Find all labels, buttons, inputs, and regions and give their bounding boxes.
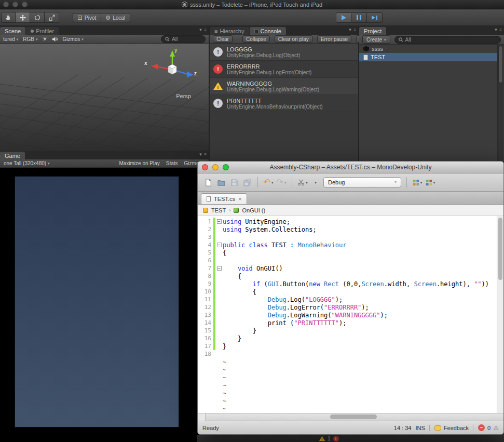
scene-panel-menu[interactable]: ▼≡ xyxy=(198,28,207,32)
tab-scene[interactable]: Scene xyxy=(0,27,25,35)
fold-toggle-icon[interactable]: − xyxy=(217,266,222,271)
code-editor[interactable]: 1−using UnityEngine;2using System.Collec… xyxy=(198,216,503,413)
new-file-button[interactable] xyxy=(203,177,213,188)
scene-viewport[interactable]: y x z Persp xyxy=(0,44,209,151)
cut-button[interactable]: ▾ xyxy=(297,177,308,188)
build-matrix-button[interactable]: ▾ xyxy=(412,177,423,188)
code-line[interactable]: 14 print ("PRINTTTTTT"); xyxy=(198,319,497,327)
scale-tool-button[interactable] xyxy=(45,12,59,23)
fold-toggle-icon[interactable]: − xyxy=(217,219,222,224)
maximize-on-play-button[interactable]: Maximize on Play xyxy=(119,160,159,166)
aspect-dropdown[interactable]: one Tall (320x480)▾ xyxy=(4,160,50,166)
rotate-tool-button[interactable] xyxy=(30,12,45,23)
code-line[interactable]: 17} xyxy=(198,342,497,350)
console-button-clear[interactable]: Clear xyxy=(213,35,233,43)
local-button[interactable]: Local xyxy=(101,13,130,22)
perspective-label[interactable]: Persp xyxy=(176,93,191,99)
configuration-dropdown[interactable]: Debug ▾ xyxy=(323,177,401,187)
console-button-collapse[interactable]: Collapse xyxy=(242,35,270,43)
feedback-button[interactable]: Feedback xyxy=(429,425,469,431)
breadcrumb-member[interactable]: OnGUI () xyxy=(242,207,265,213)
tab-hierarchy[interactable]: ≡Hierarchy xyxy=(210,27,249,35)
project-panel-menu[interactable]: ▼≡ xyxy=(494,28,502,32)
code-line[interactable]: 11 Debug.Log("LOGGGG"); xyxy=(198,296,497,303)
project-item-test[interactable]: TEST xyxy=(359,53,498,61)
breadcrumb-class[interactable]: TEST xyxy=(211,207,226,213)
save-button[interactable] xyxy=(229,177,239,188)
code-line[interactable]: 13 Debug.LogWarning("WARNINGGGGG"); xyxy=(198,311,497,319)
editor-horizontal-scrollbar[interactable] xyxy=(198,413,503,421)
axis-gizmo[interactable]: y x z xyxy=(140,49,202,90)
pivot-button[interactable]: Pivot xyxy=(73,13,101,22)
code-line[interactable]: 8 { xyxy=(198,272,497,280)
error-summary[interactable]: − 0 ⚠ xyxy=(473,424,499,431)
console-entry[interactable]: !LOGGGGUnityEngine.Debug.Log(Object) xyxy=(210,44,358,61)
undo-button[interactable]: ↶▾ xyxy=(263,177,274,188)
game-viewport[interactable] xyxy=(0,168,209,442)
redo-button[interactable]: ↷▾ xyxy=(276,177,287,188)
close-window-icon[interactable] xyxy=(3,2,9,7)
code-line[interactable]: 6 xyxy=(198,257,497,264)
unity-titlebar[interactable]: ssss.unity – Todelete – iPhone, iPod Tou… xyxy=(0,0,504,9)
close-window-icon[interactable] xyxy=(202,164,208,170)
diff-marker xyxy=(213,327,215,334)
gizmos-dropdown[interactable]: Gizmos▾ xyxy=(62,36,83,42)
project-scrollbar-thumb[interactable] xyxy=(498,46,503,83)
console-entry[interactable]: !ERRORRRRUnityEngine.Debug.LogError(Obje… xyxy=(210,61,358,78)
code-line[interactable]: 3 xyxy=(198,233,497,241)
save-all-button[interactable] xyxy=(242,177,252,188)
tab-project[interactable]: Project xyxy=(359,27,386,35)
minimize-window-icon[interactable] xyxy=(212,164,219,170)
code-line[interactable]: 1−using UnityEngine; xyxy=(198,218,497,225)
move-tool-button[interactable] xyxy=(16,12,30,23)
create-button[interactable]: Create▾ xyxy=(362,35,390,44)
fold-toggle-icon[interactable]: − xyxy=(217,243,222,247)
pause-button[interactable] xyxy=(351,12,367,23)
audio-toggle-icon[interactable] xyxy=(52,36,58,42)
console-button-error-pause[interactable]: Error pause xyxy=(317,35,351,43)
code-line[interactable]: 16 } xyxy=(198,334,497,342)
lighting-toggle-icon[interactable]: ☀ xyxy=(43,36,48,42)
code-line[interactable]: 15 } xyxy=(198,327,497,334)
console-entry[interactable]: !PRINTTTTTTUnityEngine.MonoBehaviour:pri… xyxy=(210,95,358,112)
console-panel-menu[interactable]: ▼≡ xyxy=(348,28,356,32)
close-tab-icon[interactable]: × xyxy=(238,196,241,202)
code-line[interactable]: 7− void OnGUI() xyxy=(198,264,497,272)
vertical-scrollbar-thumb[interactable] xyxy=(498,218,502,280)
minimize-window-icon[interactable] xyxy=(12,2,18,7)
code-line[interactable]: 18 xyxy=(198,350,497,358)
tab-console[interactable]: Console xyxy=(250,27,286,35)
console-button-clear-on-play[interactable]: Clear on play xyxy=(275,35,312,43)
open-file-button[interactable] xyxy=(216,177,226,188)
run-matrix-button[interactable]: ▾ xyxy=(425,177,435,188)
code-line[interactable]: 9 if (GUI.Button(new Rect (0,0,Screen.wi… xyxy=(198,280,497,288)
game-gui-button[interactable] xyxy=(15,176,179,427)
shading-dropdown[interactable]: tured▾ xyxy=(3,36,18,42)
step-button[interactable] xyxy=(367,12,383,23)
paste-dropdown-button[interactable]: ▾ xyxy=(310,177,321,188)
error-count-icon[interactable]: ! xyxy=(333,436,339,441)
play-button[interactable] xyxy=(336,12,351,23)
stats-button[interactable]: Stats xyxy=(166,160,178,166)
code-line[interactable]: 10 { xyxy=(198,288,497,296)
console-entry[interactable]: !WARNINGGGGGUnityEngine.Debug.LogWarning… xyxy=(210,78,358,95)
code-line[interactable]: 2using System.Collections; xyxy=(198,225,497,233)
code-line[interactable]: 5{ xyxy=(198,249,497,257)
channel-dropdown[interactable]: RGB▾ xyxy=(23,36,37,42)
horizontal-scrollbar-thumb[interactable] xyxy=(330,414,377,419)
scene-search-input[interactable]: All xyxy=(161,35,206,43)
hand-tool-button[interactable] xyxy=(1,12,16,23)
code-line[interactable]: 12 Debug.LogError("ERRORRRR"); xyxy=(198,303,497,311)
monodevelop-titlebar[interactable]: Assembly-CSharp – Assets/TEST.cs – MonoD… xyxy=(198,162,503,173)
warning-count-icon[interactable]: ! xyxy=(319,436,325,441)
project-item-ssss[interactable]: ssss xyxy=(359,45,498,53)
game-panel-menu[interactable]: ▼≡ xyxy=(198,153,207,157)
tab-game[interactable]: Game xyxy=(0,152,25,159)
project-search-input[interactable]: All xyxy=(394,36,501,44)
code-line[interactable]: 4−public class TEST : MonoBehaviour xyxy=(198,241,497,249)
zoom-window-icon[interactable] xyxy=(22,2,28,7)
editor-vertical-scrollbar[interactable] xyxy=(497,216,503,413)
tab-test-cs[interactable]: TEST.cs × xyxy=(201,193,247,204)
tab-profiler[interactable]: Profiler xyxy=(26,27,59,35)
zoom-window-icon[interactable] xyxy=(223,164,229,170)
